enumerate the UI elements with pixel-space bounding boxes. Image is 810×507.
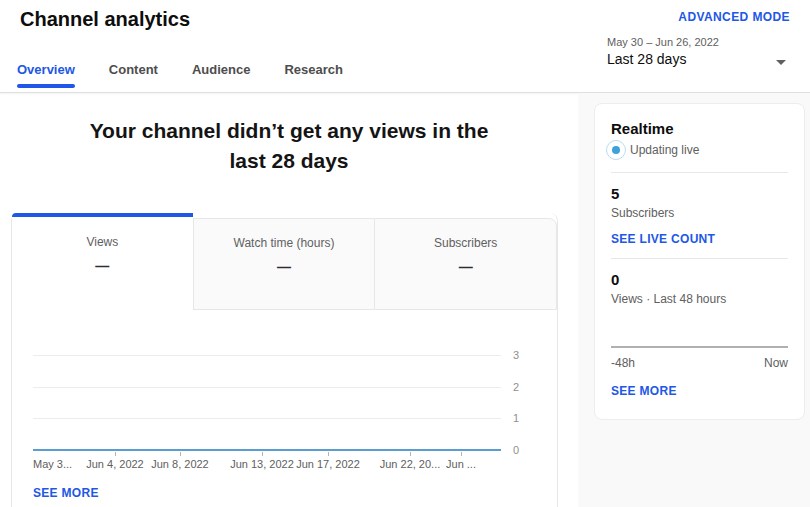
right-panel: Realtime Updating live 5 Subscribers SEE… <box>578 93 810 507</box>
tab-overview[interactable]: Overview <box>17 62 75 92</box>
active-tab-underline <box>17 84 75 88</box>
realtime-axis-start: -48h <box>611 356 635 370</box>
metric-tab-views-label: Views <box>12 235 193 249</box>
y-axis-tick-label: 3 <box>513 349 519 361</box>
realtime-axis-labels: -48h Now <box>611 356 788 370</box>
views-chart-plot: SEE MORE 3210May 3...Jun 4, 2022Jun 8, 2… <box>12 310 557 507</box>
channel-analytics-page: Channel analytics ADVANCED MODE Overview… <box>0 0 810 507</box>
nav-tabs: Overview Content Audience Research <box>17 62 343 92</box>
chevron-down-icon <box>776 60 786 65</box>
advanced-mode-link[interactable]: ADVANCED MODE <box>678 10 790 24</box>
realtime-title: Realtime <box>611 120 788 137</box>
realtime-axis-end: Now <box>764 356 788 370</box>
x-axis-tick-label: Jun 8, 2022 <box>151 458 209 470</box>
realtime-live-status: Updating live <box>611 140 788 160</box>
metric-tab-views-value: — <box>12 258 193 274</box>
headline-line-1: Your channel didn’t get any views in the <box>0 116 578 146</box>
tab-overview-label: Overview <box>17 62 75 77</box>
y-axis-tick-label: 0 <box>513 444 519 456</box>
gridline <box>33 355 501 356</box>
metric-tab-watch-time-label: Watch time (hours) <box>194 236 375 250</box>
realtime-sparkline-area <box>611 306 788 346</box>
page-title: Channel analytics <box>20 8 190 31</box>
x-axis-tick-mark <box>262 452 263 456</box>
realtime-subscribers-label: Subscribers <box>611 206 788 220</box>
realtime-card: Realtime Updating live 5 Subscribers SEE… <box>594 103 805 420</box>
analytics-chart-card: Views — Watch time (hours) — Subscribers… <box>11 213 558 507</box>
tab-content-label: Content <box>109 62 158 77</box>
tab-research-label: Research <box>284 62 343 77</box>
date-range-picker[interactable]: May 30 – Jun 26, 2022 Last 28 days <box>592 32 800 84</box>
views-series-line <box>33 449 501 451</box>
divider <box>611 172 788 173</box>
x-axis-tick-mark <box>180 452 181 456</box>
x-axis-tick-label: Jun 17, 2022 <box>296 458 360 470</box>
tab-research[interactable]: Research <box>284 62 343 92</box>
metric-tab-subscribers-label: Subscribers <box>375 236 556 250</box>
metric-tab-subscribers[interactable]: Subscribers — <box>374 218 557 310</box>
x-axis-tick-label: Jun ... <box>446 458 476 470</box>
chart-see-more-link[interactable]: SEE MORE <box>33 486 99 500</box>
realtime-views-label: Views · Last 48 hours <box>611 292 788 306</box>
x-axis-tick-mark <box>461 452 462 456</box>
realtime-see-more-link[interactable]: SEE MORE <box>611 384 788 398</box>
realtime-views-value: 0 <box>611 271 788 288</box>
metric-tab-watch-time[interactable]: Watch time (hours) — <box>193 218 375 310</box>
live-dot <box>612 146 620 154</box>
x-axis-tick-label: Jun 13, 2022 <box>230 458 294 470</box>
tab-audience[interactable]: Audience <box>192 62 251 92</box>
header: Channel analytics ADVANCED MODE Overview… <box>0 0 810 93</box>
metric-tab-watch-time-value: — <box>194 259 375 275</box>
date-preset-text: Last 28 days <box>607 51 800 67</box>
empty-state-headline: Your channel didn’t get any views in the… <box>0 116 578 176</box>
gridline <box>33 418 501 419</box>
x-axis-tick-mark <box>328 452 329 456</box>
tab-content[interactable]: Content <box>109 62 158 92</box>
see-live-count-link[interactable]: SEE LIVE COUNT <box>611 232 788 246</box>
realtime-live-label: Updating live <box>630 143 699 157</box>
divider <box>611 258 788 259</box>
x-axis-tick-label: May 3... <box>33 458 72 470</box>
date-range-text: May 30 – Jun 26, 2022 <box>607 36 800 48</box>
metric-tab-subscribers-value: — <box>375 259 556 275</box>
live-pulse-icon <box>606 140 626 160</box>
gridline <box>33 387 501 388</box>
y-axis-tick-label: 1 <box>513 412 519 424</box>
metric-tabs: Views — Watch time (hours) — Subscribers… <box>12 213 557 310</box>
x-axis-tick-mark <box>410 452 411 456</box>
x-axis-tick-mark <box>115 452 116 456</box>
realtime-subscribers-value: 5 <box>611 185 788 202</box>
realtime-axis-line <box>611 346 788 348</box>
headline-line-2: last 28 days <box>0 146 578 176</box>
y-axis-tick-label: 2 <box>513 381 519 393</box>
metric-tab-views[interactable]: Views — <box>12 213 193 310</box>
tab-audience-label: Audience <box>192 62 251 77</box>
x-axis-tick-label: Jun 22, 20... <box>380 458 441 470</box>
x-axis-tick-label: Jun 4, 2022 <box>86 458 144 470</box>
